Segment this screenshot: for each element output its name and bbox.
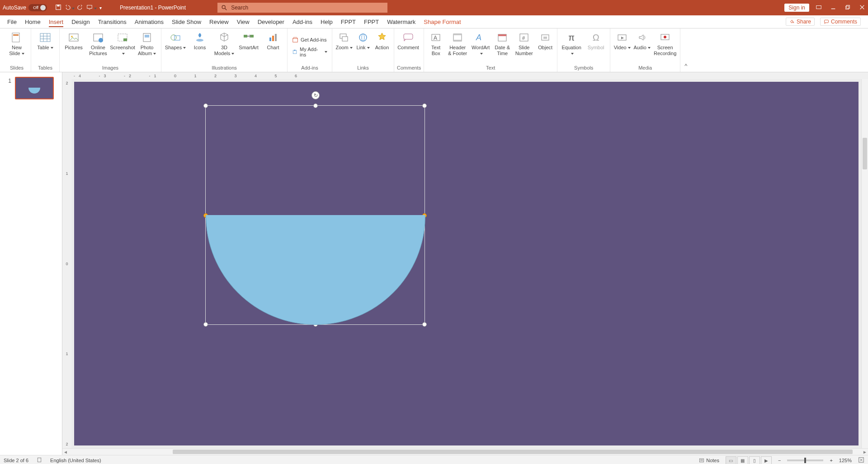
3d-models-button[interactable]: 3DModels xyxy=(213,30,236,56)
close-icon[interactable] xyxy=(859,4,865,12)
get-addins-button[interactable]: Get Add-ins xyxy=(290,34,329,46)
my-addins-button[interactable]: My Add-ins xyxy=(290,46,329,58)
ruler-horizontal[interactable]: -4 -3 -2 -1 0 1 2 3 4 5 6 xyxy=(62,72,868,79)
tab-design[interactable]: Design xyxy=(71,17,90,27)
svg-rect-14 xyxy=(40,33,50,42)
new-slide-label: NewSlide xyxy=(9,45,24,56)
resize-handle[interactable] xyxy=(203,322,208,327)
screen-recording-button[interactable]: ScreenRecording xyxy=(653,30,677,56)
autosave-toggle[interactable]: AutoSave Off xyxy=(3,4,47,11)
slideshow-view-icon[interactable]: ▶ xyxy=(761,456,772,464)
resize-handle[interactable] xyxy=(313,103,318,108)
redo-icon[interactable] xyxy=(77,4,84,12)
header-footer-button[interactable]: Header& Footer xyxy=(447,30,468,56)
comments-button[interactable]: Comments xyxy=(820,18,861,26)
tab-watermark[interactable]: Watermark xyxy=(387,17,415,27)
tab-shape-format[interactable]: Shape Format xyxy=(424,17,461,27)
scroll-right-icon[interactable]: ► xyxy=(862,450,868,455)
tab-slideshow[interactable]: Slide Show xyxy=(172,17,201,27)
slide-edit-surface[interactable] xyxy=(71,79,861,448)
present-from-start-icon[interactable] xyxy=(86,4,97,12)
slide-canvas[interactable] xyxy=(74,82,859,445)
tab-fppt2[interactable]: FPPT xyxy=(364,17,379,27)
zoom-slider-knob[interactable] xyxy=(804,458,806,463)
equation-button[interactable]: π Equation xyxy=(560,30,583,56)
screenshot-button[interactable]: Screenshot xyxy=(111,30,134,56)
thumbnail-pane[interactable]: 1 xyxy=(0,72,62,455)
notes-button[interactable]: Notes xyxy=(699,458,719,463)
date-time-button[interactable]: Date &Time xyxy=(493,30,512,56)
share-button[interactable]: Share xyxy=(786,18,815,26)
zoom-out-icon[interactable]: − xyxy=(778,458,781,463)
action-button[interactable]: Action xyxy=(373,30,391,51)
svg-rect-42 xyxy=(404,34,413,39)
text-box-button[interactable]: A TextBox xyxy=(427,30,445,56)
sign-in-button[interactable]: Sign in xyxy=(784,4,809,12)
normal-view-icon[interactable]: ▭ xyxy=(726,456,736,464)
slide-thumbnail[interactable] xyxy=(15,77,54,99)
autosave-switch[interactable]: Off xyxy=(28,4,47,11)
scrollbar-thumb[interactable] xyxy=(863,138,867,169)
tab-addins[interactable]: Add-ins xyxy=(292,17,312,27)
fit-to-window-icon[interactable] xyxy=(858,457,864,464)
collapse-ribbon-icon[interactable]: ^ xyxy=(680,28,691,72)
restore-icon[interactable] xyxy=(844,4,851,12)
half-circle-shape[interactable] xyxy=(206,215,425,325)
reading-view-icon[interactable]: ▯ xyxy=(749,456,760,464)
zoom-slider[interactable] xyxy=(787,459,823,461)
svg-rect-13 xyxy=(13,34,19,36)
object-button[interactable]: Object xyxy=(536,30,554,51)
new-slide-button[interactable]: NewSlide xyxy=(5,30,28,56)
rotation-handle-icon[interactable] xyxy=(311,91,320,99)
undo-icon[interactable] xyxy=(64,4,75,12)
chart-button[interactable]: Chart xyxy=(262,30,284,51)
tab-review[interactable]: Review xyxy=(209,17,229,27)
zoom-button[interactable]: Zoom xyxy=(335,30,353,51)
slide-number-button[interactable]: # SlideNumber xyxy=(514,30,534,56)
zoom-level[interactable]: 125% xyxy=(839,458,852,463)
thumbnail-row[interactable]: 1 xyxy=(8,77,54,99)
tab-help[interactable]: Help xyxy=(321,17,333,27)
tab-home[interactable]: Home xyxy=(25,17,41,27)
tab-transitions[interactable]: Transitions xyxy=(98,17,127,27)
tab-animations[interactable]: Animations xyxy=(135,17,164,27)
save-icon[interactable] xyxy=(55,4,61,12)
comment-button[interactable]: Comment xyxy=(397,30,420,51)
wordart-button[interactable]: A WordArt xyxy=(470,30,491,56)
online-pictures-button[interactable]: OnlinePictures xyxy=(87,30,109,56)
accessibility-icon[interactable] xyxy=(37,457,42,464)
vertical-scrollbar[interactable] xyxy=(861,79,868,448)
audio-button[interactable]: Audio xyxy=(633,30,651,51)
horizontal-scrollbar[interactable]: ◄ ► xyxy=(62,448,868,455)
icons-button[interactable]: Icons xyxy=(189,30,211,51)
resize-handle[interactable] xyxy=(203,103,208,108)
search-input[interactable]: Search xyxy=(217,3,387,13)
scrollbar-thumb[interactable] xyxy=(173,450,853,454)
smartart-button[interactable]: SmartArt xyxy=(237,30,260,51)
shapes-button[interactable]: Shapes xyxy=(164,30,187,51)
zoom-in-icon[interactable]: + xyxy=(830,458,832,463)
ribbon-display-icon[interactable] xyxy=(816,4,822,12)
photo-album-button[interactable]: PhotoAlbum xyxy=(136,30,158,56)
shape-selection-box[interactable] xyxy=(205,105,425,325)
pictures-button[interactable]: Pictures xyxy=(62,30,85,51)
resize-handle[interactable] xyxy=(422,103,427,108)
minimize-icon[interactable] xyxy=(830,4,836,12)
video-button[interactable]: Video xyxy=(613,30,631,51)
tab-developer[interactable]: Developer xyxy=(258,17,284,27)
slide-count[interactable]: Slide 2 of 6 xyxy=(4,458,28,463)
table-button[interactable]: Table xyxy=(34,30,57,51)
resize-handle[interactable] xyxy=(422,322,427,327)
tab-file[interactable]: File xyxy=(7,17,17,27)
group-comments: Comment Comments xyxy=(394,28,424,72)
equation-label: Equation xyxy=(560,45,583,56)
language-status[interactable]: English (United States) xyxy=(50,458,101,463)
tab-insert[interactable]: Insert xyxy=(49,17,64,27)
scroll-track[interactable] xyxy=(69,450,862,454)
link-button[interactable]: Link xyxy=(355,30,371,51)
ruler-vertical[interactable]: 2 1 0 1 2 xyxy=(62,79,71,448)
tab-fppt[interactable]: FPPT xyxy=(341,17,356,27)
sorter-view-icon[interactable]: ▦ xyxy=(737,456,748,464)
scroll-left-icon[interactable]: ◄ xyxy=(62,450,69,455)
tab-view[interactable]: View xyxy=(237,17,250,27)
